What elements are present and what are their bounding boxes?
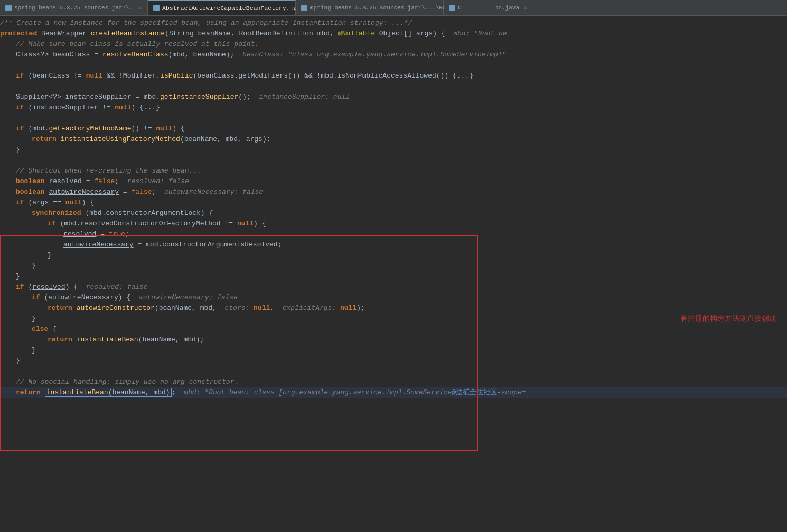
- tab-icon-3: [301, 5, 307, 11]
- code-line-21: resolved = true;: [0, 229, 787, 240]
- tab-label-1: spring-beans-5.3.25-sources.jar!\...\ Si…: [14, 5, 134, 11]
- tab-bar: spring-beans-5.3.25-sources.jar!\...\ Si…: [0, 0, 787, 16]
- code-line-28: return autowireConstructor(beanName, mbd…: [0, 303, 787, 314]
- tab-icon-1: [5, 5, 12, 11]
- code-line-23: }: [0, 250, 787, 261]
- code-line-16: boolean resolved = false; resolved: fals…: [0, 176, 787, 187]
- tab-icon-2: [153, 5, 160, 11]
- code-line-22: autowireNecessary = mbd.constructorArgum…: [0, 240, 787, 250]
- code-line-blank2: [0, 81, 787, 92]
- code-editor[interactable]: 有注册的构造方法则直接创建 /** Create a new instance …: [0, 16, 787, 532]
- code-line-13: }: [0, 145, 787, 155]
- tab-simpleinst[interactable]: spring-beans-5.3.25-sources.jar!\...\ Si…: [0, 0, 148, 15]
- code-line-3: // Make sure bean class is actually reso…: [0, 39, 787, 50]
- code-line-2: protected BeanWrapper createBeanInstance…: [0, 28, 787, 39]
- tab-close-1[interactable]: ✕: [139, 5, 142, 11]
- tab-close-2[interactable]: ✕: [309, 5, 312, 11]
- code-line-8: Supplier<?> instanceSupplier = mbd.getIn…: [0, 92, 787, 102]
- code-line-27: if (autowireNecessary) { autowireNecessa…: [0, 292, 787, 303]
- code-line-blank4: [0, 155, 787, 166]
- code-line-12: return instantiateUsingFactoryMethod(bea…: [0, 134, 787, 145]
- code-line-4: Class<?> beanClass = resolveBeanClass(mb…: [0, 50, 787, 60]
- code-line-11: if (mbd.getFactoryMethodName() != null) …: [0, 124, 787, 134]
- tab-close-3[interactable]: ✕: [524, 5, 527, 11]
- code-line-32: }: [0, 345, 787, 356]
- main-container: spring-beans-5.3.25-sources.jar!\...\ Si…: [0, 0, 787, 532]
- code-line-33: }: [0, 356, 787, 366]
- code-line-24: }: [0, 261, 787, 271]
- code-line-20: if (mbd.resolvedConstructorOrFactoryMeth…: [0, 218, 787, 229]
- code-line-1: /** Create a new instance for the specif…: [0, 18, 787, 28]
- code-line-15: // Shortcut when re-creating the same be…: [0, 166, 787, 176]
- code-line-blank3: [0, 113, 787, 124]
- code-line-6: if (beanClass != null && !Modifier.isPub…: [0, 71, 787, 81]
- code-line-35: // No special handling: simply use no-ar…: [0, 377, 787, 387]
- code-line-29: }: [0, 314, 787, 324]
- code-line-26: if (resolved) { resolved: false: [0, 282, 787, 292]
- code-line-36: return instantiateBean(beanName, mbd); m…: [0, 387, 787, 398]
- code-line-blank5: [0, 366, 787, 377]
- tab-label-2: AbstractAutowireCapableBeanFactory.java: [162, 5, 304, 12]
- tab-label-4: C: [458, 4, 462, 11]
- code-line-18: if (args == null) {: [0, 197, 787, 208]
- tab-c[interactable]: C: [444, 0, 496, 15]
- tab-icon-4: [449, 5, 455, 11]
- code-line-30: else {: [0, 324, 787, 335]
- code-line-17: boolean autowireNecessary = false; autow…: [0, 187, 787, 197]
- code-line-19: synchronized (mbd.constructorArgumentLoc…: [0, 208, 787, 218]
- code-line-9: if (instanceSupplier != null) {...}: [0, 102, 787, 113]
- tab-abstractautowire[interactable]: AbstractAutowireCapableBeanFactory.java …: [148, 0, 296, 15]
- code-line-31: return instantiateBean(beanName, mbd);: [0, 335, 787, 345]
- code-line-25: }: [0, 271, 787, 282]
- tab-rootbeandef[interactable]: spring-beans-5.3.25-sources.jar!\...\Roo…: [296, 0, 444, 15]
- code-line-blank1: [0, 60, 787, 71]
